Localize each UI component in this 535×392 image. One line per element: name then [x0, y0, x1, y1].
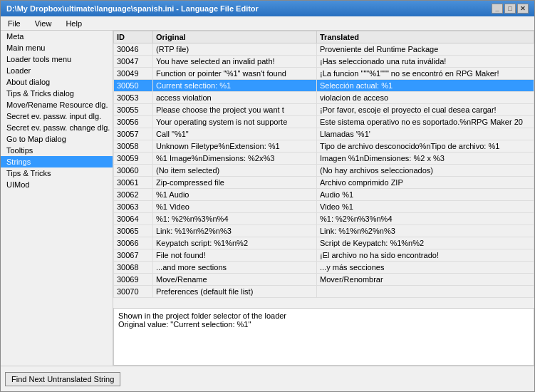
table-row[interactable]: 30050Current selection: %1Selección actu…: [114, 80, 534, 92]
cell-translated: Link: %1%n%2%n%3: [317, 225, 534, 237]
table-row[interactable]: 30070Preferences (default file list): [114, 286, 534, 298]
table-row[interactable]: 30060(No item selected)(No hay archivos …: [114, 165, 534, 177]
table-row[interactable]: 30046(RTP file)Proveniente del Runtime P…: [114, 43, 534, 56]
cell-id: 30053: [114, 92, 153, 104]
cell-original: (No item selected): [153, 165, 317, 177]
main-content: MetaMain menuLoader tools menuLoaderAbou…: [1, 31, 534, 366]
cell-translated: ¡Por favor, escoje el proyecto el cual d…: [317, 104, 534, 116]
cell-id: 30065: [114, 225, 153, 237]
table-row[interactable]: 30063%1 VideoVideo %1: [114, 201, 534, 213]
cell-original: Keypatch script: %1%n%2: [153, 237, 317, 249]
table-row[interactable]: 30047You have selected an invalid path!¡…: [114, 56, 534, 68]
table-row[interactable]: 30066Keypatch script: %1%n%2Script de Ke…: [114, 237, 534, 249]
cell-original: Current selection: %1: [153, 80, 317, 92]
maximize-button[interactable]: □: [504, 4, 516, 14]
status-line1: Shown in the project folder selector of …: [118, 311, 529, 320]
cell-id: 30068: [114, 262, 153, 274]
table-row[interactable]: 30067File not found!¡El archivo no ha si…: [114, 249, 534, 262]
table-row[interactable]: 30057Call "%1"Llamadas '%1': [114, 128, 534, 140]
menu-item-file[interactable]: File: [4, 19, 25, 29]
cell-original: Unknown Filetype%nExtension: %1: [153, 140, 317, 153]
cell-translated: Tipo de archivo desconocido%nTipo de arc…: [317, 140, 534, 153]
sidebar-item-tooltips[interactable]: Tooltips: [1, 145, 113, 156]
close-button[interactable]: ✕: [517, 4, 529, 14]
cell-id: 30060: [114, 165, 153, 177]
sidebar-item-uimod[interactable]: UIMod: [1, 179, 113, 190]
status-panel: Shown in the project folder selector of …: [113, 309, 534, 366]
cell-translated: Este sistema operativo no es soportado.%…: [317, 116, 534, 128]
cell-translated: ¡Has seleccionado una ruta inválida!: [317, 56, 534, 68]
strings-table: ID Original Translated 30046(RTP file)Pr…: [113, 31, 534, 298]
cell-original: ...and more sections: [153, 262, 317, 274]
table-row[interactable]: 30059%1 Image%nDimensions: %2x%3Imagen %…: [114, 153, 534, 165]
sidebar-item-strings[interactable]: Strings: [1, 156, 113, 167]
table-container[interactable]: ID Original Translated 30046(RTP file)Pr…: [113, 31, 534, 309]
col-header-original: Original: [153, 31, 317, 43]
col-header-id: ID: [114, 31, 153, 43]
cell-id: 30059: [114, 153, 153, 165]
find-next-untranslated-button[interactable]: Find Next Untranslated String: [5, 372, 120, 386]
cell-id: 30047: [114, 56, 153, 68]
table-row[interactable]: 30062%1 AudioAudio %1: [114, 189, 534, 201]
cell-id: 30061: [114, 177, 153, 189]
table-row[interactable]: 30058Unknown Filetype%nExtension: %1Tipo…: [114, 140, 534, 153]
cell-translated: Proveniente del Runtime Package: [317, 43, 534, 56]
cell-translated: ...y más secciones: [317, 262, 534, 274]
sidebar-item-about-dialog[interactable]: About dialog: [1, 76, 113, 88]
table-row[interactable]: 30065Link: %1%n%2%n%3Link: %1%n%2%n%3: [114, 225, 534, 237]
sidebar-item-secret-ev--passw--change-dlg-[interactable]: Secret ev. passw. change dlg.: [1, 122, 113, 133]
cell-translated: Video %1: [317, 201, 534, 213]
menu-item-help[interactable]: Help: [61, 19, 86, 29]
sidebar-item-go-to-map-dialog[interactable]: Go to Map dialog: [1, 133, 113, 145]
table-row[interactable]: 30053access violationviolacion de acceso: [114, 92, 534, 104]
sidebar-item-secret-ev--passw--input-dlg-[interactable]: Secret ev. passw. input dlg.: [1, 110, 113, 122]
cell-id: 30055: [114, 104, 153, 116]
sidebar-item-tips---tricks-dialog[interactable]: Tips & Tricks dialog: [1, 88, 113, 99]
sidebar-item-tips---tricks[interactable]: Tips & Tricks: [1, 167, 113, 179]
right-panel: ID Original Translated 30046(RTP file)Pr…: [113, 31, 534, 366]
cell-original: %1 Audio: [153, 189, 317, 201]
cell-id: 30057: [114, 128, 153, 140]
cell-translated: ¡El archivo no ha sido encontrado!: [317, 249, 534, 262]
bottom-bar: Find Next Untranslated String: [1, 366, 534, 391]
table-row[interactable]: 30056Your operating system is not suppor…: [114, 116, 534, 128]
cell-id: 30062: [114, 189, 153, 201]
cell-original: %1 Image%nDimensions: %2x%3: [153, 153, 317, 165]
cell-translated: Mover/Renombrar: [317, 274, 534, 286]
cell-translated: Selección actual: %1: [317, 80, 534, 92]
minimize-button[interactable]: _: [492, 4, 503, 14]
cell-id: 30069: [114, 274, 153, 286]
table-row[interactable]: 30061Zip-compressed fileArchivo comprimi…: [114, 177, 534, 189]
sidebar-item-move-rename-resource-dlg-[interactable]: Move/Rename Resource dlg.: [1, 99, 113, 110]
status-line2: Original value: "Current selection: %1": [118, 320, 529, 329]
cell-original: %1: %2%n%3%n%4: [153, 213, 317, 225]
sidebar-item-loader-tools-menu[interactable]: Loader tools menu: [1, 53, 113, 65]
sidebar-item-loader[interactable]: Loader: [1, 65, 113, 76]
sidebar-item-meta[interactable]: Meta: [1, 31, 113, 42]
menu-item-view[interactable]: View: [31, 19, 56, 29]
table-row[interactable]: 30055Please choose the project you want …: [114, 104, 534, 116]
col-header-translated: Translated: [317, 31, 534, 43]
cell-translated: Llamadas '%1': [317, 128, 534, 140]
table-row[interactable]: 30069Move/RenameMover/Renombrar: [114, 274, 534, 286]
cell-translated: (No hay archivos seleccionados): [317, 165, 534, 177]
cell-original: Call "%1": [153, 128, 317, 140]
cell-translated: [317, 286, 534, 298]
sidebar-item-main-menu[interactable]: Main menu: [1, 42, 113, 53]
cell-original: Please choose the project you want t: [153, 104, 317, 116]
cell-id: 30049: [114, 68, 153, 80]
cell-id: 30050: [114, 80, 153, 92]
cell-original: Your operating system is not supporte: [153, 116, 317, 128]
table-row[interactable]: 30064%1: %2%n%3%n%4%1: %2%n%3%n%4: [114, 213, 534, 225]
cell-original: access violation: [153, 92, 317, 104]
sidebar: MetaMain menuLoader tools menuLoaderAbou…: [1, 31, 113, 366]
title-bar: D:\My Dropbox\ultimate\language\spanish.…: [1, 1, 534, 16]
menu-bar: FileViewHelp: [1, 16, 534, 31]
table-row[interactable]: 30068...and more sections...y más seccio…: [114, 262, 534, 274]
cell-id: 30058: [114, 140, 153, 153]
table-row[interactable]: 30049Function or pointer "%1" wasn't fou…: [114, 68, 534, 80]
cell-original: %1 Video: [153, 201, 317, 213]
cell-translated: Archivo comprimido ZIP: [317, 177, 534, 189]
cell-translated: ¡La funcion """%1""" no se encontró en R…: [317, 68, 534, 80]
cell-id: 30063: [114, 201, 153, 213]
